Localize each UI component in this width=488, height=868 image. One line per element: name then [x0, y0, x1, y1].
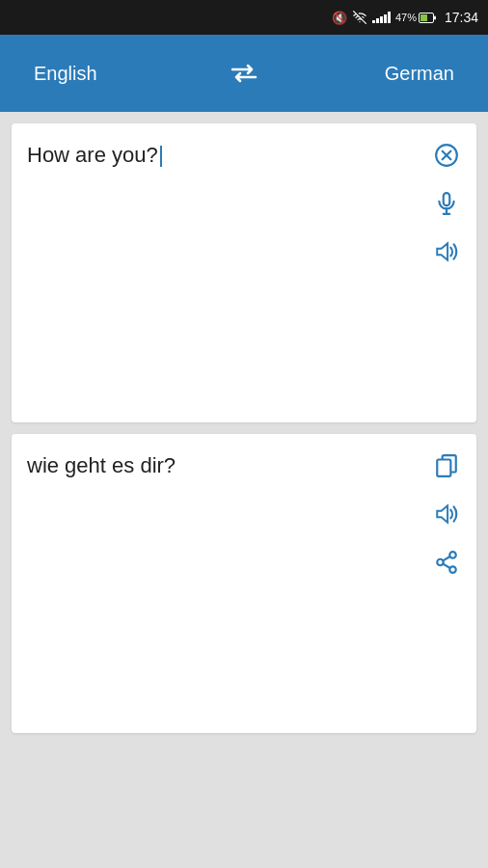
- svg-marker-9: [437, 243, 447, 259]
- svg-marker-12: [437, 505, 447, 522]
- target-language-button[interactable]: German: [353, 53, 469, 95]
- status-time: 17:34: [445, 10, 478, 25]
- source-language-button[interactable]: English: [19, 53, 135, 95]
- svg-rect-1: [420, 14, 427, 21]
- target-text: wie geht es dir?: [27, 451, 461, 481]
- battery-icon: 47%: [395, 12, 436, 23]
- toolbar: English German: [0, 35, 488, 112]
- status-icons: 🔇 47% 17:34: [332, 10, 478, 25]
- signal-icon: [372, 12, 391, 23]
- target-panel-icons: [430, 449, 463, 579]
- svg-rect-6: [444, 193, 450, 205]
- source-text[interactable]: How are you?: [27, 141, 461, 171]
- source-panel: How are you?: [12, 123, 476, 422]
- svg-line-16: [443, 564, 449, 568]
- target-panel: wie geht es dir?: [12, 434, 476, 733]
- svg-rect-2: [434, 15, 436, 19]
- main-content: How are you?: [0, 112, 488, 868]
- swap-languages-button[interactable]: [221, 54, 267, 93]
- svg-rect-11: [437, 460, 450, 476]
- svg-line-17: [443, 556, 449, 560]
- mute-icon: 🔇: [332, 11, 347, 25]
- wifi-icon: [352, 11, 367, 24]
- copy-button[interactable]: [430, 449, 463, 482]
- source-speaker-button[interactable]: [430, 235, 463, 268]
- clear-button[interactable]: [430, 139, 463, 172]
- target-speaker-button[interactable]: [430, 498, 463, 530]
- source-panel-icons: [430, 139, 463, 268]
- microphone-button[interactable]: [430, 187, 463, 220]
- share-button[interactable]: [430, 546, 463, 579]
- status-bar: 🔇 47% 17:34: [0, 0, 488, 35]
